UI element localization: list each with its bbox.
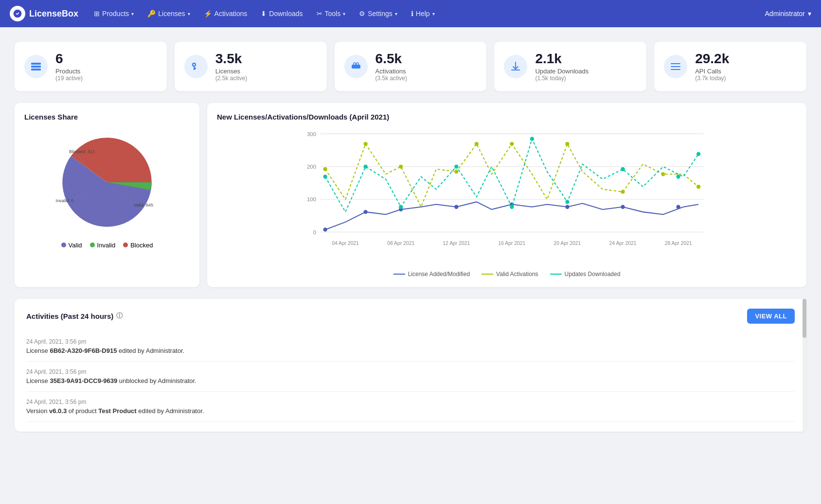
stat-sub-products: (19 active) bbox=[55, 75, 157, 82]
svg-rect-7 bbox=[671, 63, 680, 64]
pie-label-blocked: Blocked: 311 bbox=[69, 149, 95, 154]
svg-rect-1 bbox=[31, 63, 41, 65]
legend-licenses: License Added/Modified bbox=[393, 271, 470, 278]
svg-point-5 bbox=[193, 63, 196, 66]
svg-point-29 bbox=[363, 210, 367, 214]
help-caret: ▾ bbox=[432, 11, 435, 17]
scrollbar[interactable] bbox=[803, 299, 806, 432]
svg-rect-6 bbox=[352, 65, 360, 69]
products-caret: ▾ bbox=[131, 11, 134, 17]
svg-point-48 bbox=[399, 205, 403, 209]
stat-card-api: 29.2k API Calls (3.7k today) bbox=[654, 42, 806, 91]
legend-item-valid: Valid bbox=[61, 242, 82, 249]
activity-item-2: 24 April, 2021, 3:56 pm License 35E3-9A9… bbox=[26, 362, 795, 392]
chart-legend: License Added/Modified Valid Activations… bbox=[217, 271, 797, 278]
scrollbar-thumb[interactable] bbox=[803, 299, 806, 338]
svg-text:04 Apr 2021: 04 Apr 2021 bbox=[332, 240, 359, 245]
nav-item-activations[interactable]: ⚡ Activations bbox=[198, 6, 253, 21]
svg-point-49 bbox=[454, 164, 458, 168]
line-activations bbox=[325, 144, 698, 207]
stat-value-api: 29.2k bbox=[695, 52, 797, 67]
svg-point-51 bbox=[530, 137, 534, 140]
line-chart-container: 300 200 100 0 04 Apr 2021 08 Apr 2021 12… bbox=[217, 129, 797, 278]
svg-point-36 bbox=[323, 167, 327, 171]
user-menu[interactable]: Administrator ▾ bbox=[765, 10, 811, 17]
nav-item-settings[interactable]: ⚙ Settings ▾ bbox=[353, 6, 403, 21]
activity-item-3: 24 April, 2021, 3:56 pm Version v6.0.3 o… bbox=[26, 392, 795, 422]
activities-card: Activities (Past 24 hours) ⓘ VIEW ALL 24… bbox=[15, 299, 806, 432]
stat-value-products: 6 bbox=[55, 52, 157, 67]
legend-dot-blocked bbox=[123, 243, 128, 247]
settings-icon: ⚙ bbox=[359, 10, 365, 17]
activity-time-2: 24 April, 2021, 3:56 pm bbox=[26, 368, 795, 375]
svg-point-28 bbox=[323, 227, 327, 231]
svg-point-41 bbox=[510, 142, 514, 146]
svg-text:08 Apr 2021: 08 Apr 2021 bbox=[387, 240, 414, 245]
legend-activations: Valid Activations bbox=[482, 271, 538, 278]
svg-point-42 bbox=[565, 142, 569, 146]
brand-name: LicenseBox bbox=[29, 9, 78, 19]
stat-label-api: API Calls bbox=[695, 68, 797, 75]
svg-text:200: 200 bbox=[307, 164, 316, 170]
activity-item-1: 24 April, 2021, 3:56 pm License 6B62-A32… bbox=[26, 331, 795, 362]
stat-card-products: 6 Products (19 active) bbox=[15, 42, 167, 91]
licenses-caret: ▾ bbox=[188, 11, 190, 17]
svg-point-38 bbox=[399, 164, 403, 168]
main-content: 6 Products (19 active) 3.5k Licenses (2.… bbox=[0, 27, 821, 441]
stat-label-products: Products bbox=[55, 68, 157, 75]
nav-item-downloads[interactable]: ⬇ Downloads bbox=[255, 6, 308, 21]
svg-point-33 bbox=[565, 205, 569, 209]
tools-icon: ✂ bbox=[317, 10, 322, 17]
legend-updates: Updates Downloaded bbox=[550, 271, 621, 278]
stat-cards: 6 Products (19 active) 3.5k Licenses (2.… bbox=[15, 42, 806, 91]
pie-legend: Valid Invalid Blocked bbox=[61, 242, 153, 249]
legend-line-licenses bbox=[393, 274, 405, 275]
nav-item-licenses[interactable]: 🔑 Licenses ▾ bbox=[142, 6, 196, 21]
stat-icon-downloads bbox=[504, 55, 527, 78]
charts-row: Licenses Share Blocked: 311 Invalid: 0 V… bbox=[15, 103, 806, 287]
line-chart-svg: 300 200 100 0 04 Apr 2021 08 Apr 2021 12… bbox=[217, 129, 797, 265]
pie-label-invalid: Invalid: 0 bbox=[56, 198, 74, 203]
svg-point-35 bbox=[676, 205, 680, 209]
products-icon: ⊞ bbox=[94, 10, 100, 17]
activity-text-3: Version v6.0.3 of product Test Product e… bbox=[26, 407, 795, 415]
stat-sub-licenses: (2.5k active) bbox=[215, 75, 317, 82]
activity-time-1: 24 April, 2021, 3:56 pm bbox=[26, 338, 795, 345]
svg-point-43 bbox=[621, 190, 625, 193]
nav-items: ⊞ Products ▾ 🔑 Licenses ▾ ⚡ Activations … bbox=[88, 6, 765, 21]
activities-wrapper: Activities (Past 24 hours) ⓘ VIEW ALL 24… bbox=[15, 299, 806, 432]
nav-item-products[interactable]: ⊞ Products ▾ bbox=[88, 6, 140, 21]
view-all-button[interactable]: VIEW ALL bbox=[747, 309, 795, 324]
svg-text:100: 100 bbox=[307, 196, 316, 202]
stat-value-activations: 6.5k bbox=[375, 52, 477, 67]
tools-caret: ▾ bbox=[343, 11, 345, 17]
line-chart-title: New Licenses/Activations/Downloads (Apri… bbox=[217, 113, 797, 121]
svg-point-31 bbox=[454, 205, 458, 209]
activity-time-3: 24 April, 2021, 3:56 pm bbox=[26, 399, 795, 405]
svg-point-40 bbox=[475, 142, 479, 146]
stat-info-api: 29.2k API Calls (3.7k today) bbox=[695, 52, 797, 82]
stat-sub-activations: (3.5k active) bbox=[375, 75, 477, 82]
svg-text:300: 300 bbox=[307, 131, 316, 137]
pie-svg: Blocked: 311 Invalid: 0 Valid: 645 bbox=[54, 129, 161, 236]
stat-label-downloads: Update Downloads bbox=[535, 68, 637, 75]
svg-text:28 Apr 2021: 28 Apr 2021 bbox=[665, 240, 692, 245]
pie-container: Blocked: 311 Invalid: 0 Valid: 645 Valid… bbox=[24, 129, 190, 249]
legend-line-activations bbox=[482, 274, 493, 275]
nav-item-tools[interactable]: ✂ Tools ▾ bbox=[311, 6, 352, 21]
line-chart-card: New Licenses/Activations/Downloads (Apri… bbox=[207, 103, 806, 287]
stat-label-activations: Activations bbox=[375, 68, 477, 75]
navbar: LicenseBox ⊞ Products ▾ 🔑 Licenses ▾ ⚡ A… bbox=[0, 0, 821, 27]
legend-item-blocked: Blocked bbox=[123, 242, 153, 249]
help-circle-icon: ⓘ bbox=[116, 312, 123, 320]
svg-text:20 Apr 2021: 20 Apr 2021 bbox=[554, 240, 581, 245]
nav-item-help[interactable]: ℹ Help ▾ bbox=[405, 6, 441, 21]
settings-caret: ▾ bbox=[395, 11, 397, 17]
svg-rect-9 bbox=[671, 69, 680, 70]
brand-logo[interactable]: LicenseBox bbox=[10, 6, 78, 21]
stat-icon-activations bbox=[344, 55, 368, 78]
svg-point-55 bbox=[696, 152, 700, 156]
stat-card-downloads: 2.1k Update Downloads (1.5k today) bbox=[494, 42, 646, 91]
stat-value-licenses: 3.5k bbox=[215, 52, 317, 67]
legend-line-updates bbox=[550, 274, 562, 275]
